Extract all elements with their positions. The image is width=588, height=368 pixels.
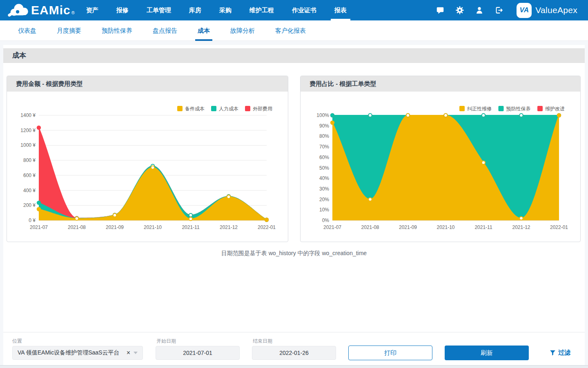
report-tabs: 仪表盘月度摘要预防性保养盘点报告成本故障分析客户化报表	[0, 20, 588, 41]
svg-text:2021-09: 2021-09	[399, 224, 417, 230]
svg-text:2021-07: 2021-07	[323, 224, 341, 230]
date-range-note: 日期范围是基于表 wo_history 中的字段 wo_creation_tim…	[0, 250, 588, 257]
svg-text:70%: 70%	[319, 144, 329, 150]
svg-text:1000 ¥: 1000 ¥	[20, 142, 36, 148]
start-date-label: 开始日期	[156, 338, 176, 345]
svg-text:600 ¥: 600 ¥	[23, 173, 36, 178]
tab-0[interactable]: 仪表盘	[18, 20, 36, 41]
logo-text: EAMic	[31, 0, 71, 20]
bottom-strip	[0, 365, 588, 368]
navbar: EAMic ® 资产报修工单管理库房采购维护工程作业证书报表	[0, 0, 588, 20]
tab-4[interactable]: 成本	[198, 20, 210, 41]
tab-5[interactable]: 故障分析	[230, 20, 255, 41]
location-select[interactable]: VA 领值EAMic设备维护管理SaaS云平台 ×	[12, 346, 143, 360]
svg-text:2022-01: 2022-01	[258, 224, 276, 230]
nav-item-6[interactable]: 作业证书	[292, 0, 316, 20]
chart-card-cost-amount: 费用金额 - 根据费用类型 0 ¥200 ¥400 ¥600 ¥800 ¥100…	[7, 76, 288, 242]
tab-6[interactable]: 客户化报表	[275, 20, 306, 41]
location-value: VA 领值EAMic设备维护管理SaaS云平台	[18, 349, 125, 357]
filter-link[interactable]: 过滤	[549, 349, 570, 357]
svg-text:纠正性维修: 纠正性维修	[467, 106, 492, 112]
chart-title: 费用占比 - 根据工单类型	[301, 76, 580, 92]
section-title: 成本	[3, 48, 585, 63]
logo-registered-mark: ®	[71, 10, 75, 15]
cloud-wrench-icon	[7, 2, 31, 19]
end-date-label: 结束日期	[253, 338, 272, 345]
user-icon[interactable]	[475, 6, 484, 15]
svg-text:90%: 90%	[319, 123, 329, 129]
svg-text:2021-10: 2021-10	[144, 224, 162, 230]
filter-link-label: 过滤	[558, 349, 570, 357]
app-logo[interactable]: EAMic ®	[7, 0, 75, 20]
svg-text:20%: 20%	[319, 197, 329, 202]
chart-card-cost-ratio: 费用占比 - 根据工单类型 0%10%20%30%40%50%60%70%80%…	[300, 76, 581, 242]
svg-text:备件成本: 备件成本	[185, 106, 205, 112]
filter-bar: 位置 VA 领值EAMic设备维护管理SaaS云平台 × 开始日期 2021-0…	[3, 332, 585, 365]
nav-item-2[interactable]: 工单管理	[147, 0, 171, 20]
svg-text:2021-08: 2021-08	[361, 224, 379, 230]
tab-1[interactable]: 月度摘要	[57, 20, 81, 41]
svg-text:0 ¥: 0 ¥	[29, 218, 36, 223]
svg-text:800 ¥: 800 ¥	[23, 157, 36, 163]
cost-ratio-chart[interactable]: 0%10%20%30%40%50%60%70%80%90%100%2021-07…	[301, 92, 580, 242]
nav-right: VA ValueApex	[436, 3, 577, 18]
svg-text:1400 ¥: 1400 ¥	[20, 112, 36, 118]
tab-2[interactable]: 预防性保养	[102, 20, 132, 41]
nav-item-0[interactable]: 资产	[86, 0, 98, 20]
svg-text:30%: 30%	[319, 186, 329, 192]
settings-icon[interactable]	[455, 6, 464, 15]
svg-text:2021-08: 2021-08	[68, 224, 86, 230]
nav-menu: 资产报修工单管理库房采购维护工程作业证书报表	[86, 0, 347, 20]
svg-text:2022-01: 2022-01	[550, 224, 568, 230]
svg-text:人力成本: 人力成本	[219, 106, 238, 112]
svg-text:2021-10: 2021-10	[437, 224, 454, 230]
svg-text:2021-11: 2021-11	[474, 224, 492, 230]
logout-icon[interactable]	[494, 6, 503, 15]
svg-text:维护改进: 维护改进	[545, 106, 565, 112]
nav-item-3[interactable]: 库房	[189, 0, 201, 20]
chart-title: 费用金额 - 根据费用类型	[7, 76, 288, 92]
tab-3[interactable]: 盘点报告	[153, 20, 177, 41]
brand: VA ValueApex	[517, 3, 577, 18]
svg-text:2021-09: 2021-09	[106, 224, 124, 230]
svg-text:200 ¥: 200 ¥	[23, 202, 36, 208]
clear-icon[interactable]: ×	[127, 350, 130, 356]
svg-text:2021-12: 2021-12	[512, 224, 530, 230]
end-date-input[interactable]: 2022-01-26	[252, 346, 336, 360]
svg-text:80%: 80%	[319, 133, 329, 139]
filter-funnel-icon	[549, 349, 556, 356]
valueapex-badge-icon: VA	[517, 3, 532, 18]
nav-item-5[interactable]: 维护工程	[249, 0, 274, 20]
brand-name: ValueApex	[535, 5, 577, 15]
svg-text:2021-11: 2021-11	[182, 224, 199, 230]
nav-item-7[interactable]: 报表	[334, 0, 347, 20]
cost-amount-chart[interactable]: 0 ¥200 ¥400 ¥600 ¥800 ¥1000 ¥1200 ¥1400 …	[7, 92, 288, 242]
svg-text:60%: 60%	[319, 155, 329, 160]
chevron-down-icon[interactable]	[134, 352, 138, 354]
svg-text:2021-12: 2021-12	[220, 224, 238, 230]
svg-text:预防性保养: 预防性保养	[506, 106, 531, 112]
svg-text:40%: 40%	[319, 175, 329, 181]
message-icon[interactable]	[436, 6, 445, 15]
nav-item-1[interactable]: 报修	[116, 0, 129, 20]
print-button[interactable]: 打印	[348, 346, 432, 360]
svg-text:2021-07: 2021-07	[30, 224, 48, 230]
refresh-button[interactable]: 刷新	[445, 346, 529, 360]
svg-text:50%: 50%	[319, 165, 329, 171]
svg-text:400 ¥: 400 ¥	[23, 188, 36, 193]
svg-text:10%: 10%	[319, 207, 329, 213]
svg-text:外部费用: 外部费用	[253, 106, 272, 112]
svg-text:0%: 0%	[322, 218, 330, 223]
svg-text:1200 ¥: 1200 ¥	[20, 128, 36, 133]
start-date-input[interactable]: 2021-07-01	[156, 346, 240, 360]
svg-text:100%: 100%	[316, 112, 329, 118]
location-label: 位置	[12, 338, 22, 345]
nav-item-4[interactable]: 采购	[219, 0, 232, 20]
